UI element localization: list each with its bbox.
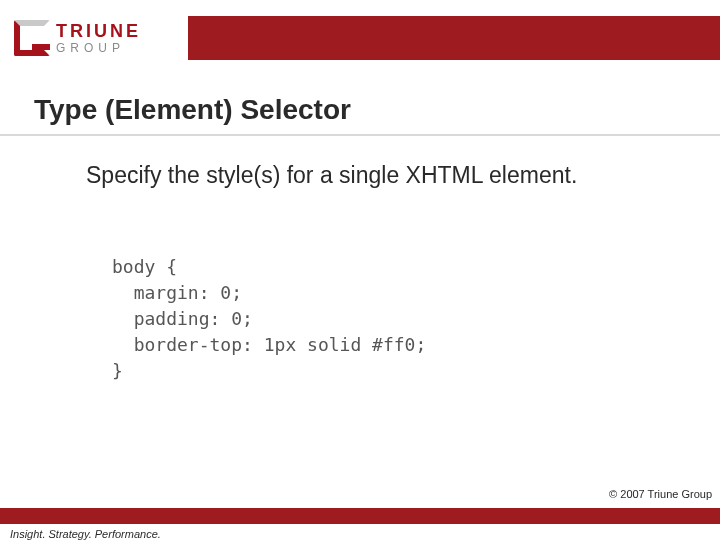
logo-text: TRIUNE GROUP xyxy=(56,22,141,54)
logo: TRIUNE GROUP xyxy=(14,14,184,62)
title-underline xyxy=(0,134,720,136)
logo-name: TRIUNE xyxy=(56,22,141,40)
code-example: body { margin: 0; padding: 0; border-top… xyxy=(112,254,426,384)
slide-header: TRIUNE GROUP xyxy=(0,14,720,62)
logo-sub: GROUP xyxy=(56,42,141,54)
copyright-text: © 2007 Triune Group xyxy=(609,488,712,500)
slide-title: Type (Element) Selector xyxy=(34,94,351,126)
slide-body-text: Specify the style(s) for a single XHTML … xyxy=(86,160,646,191)
footer-tagline: Insight. Strategy. Performance. xyxy=(10,528,161,540)
footer-accent-bar xyxy=(0,508,720,524)
header-accent-bar xyxy=(188,16,720,60)
logo-mark-icon xyxy=(14,20,50,56)
